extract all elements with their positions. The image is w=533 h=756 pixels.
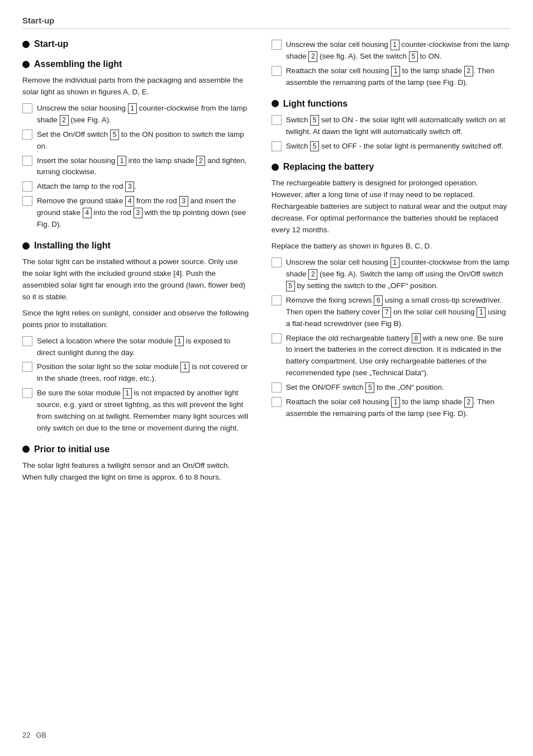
left-column: Start-up Assembling the light Remove the…: [22, 39, 266, 721]
list-item: Select a location where the solar module…: [22, 336, 249, 359]
page-lang: GB: [36, 731, 46, 739]
list-bullet: [272, 257, 282, 267]
list-item: Switch 5 set to ON - the solar light wil…: [272, 114, 511, 138]
section-installing: Installing the light The solar light can…: [22, 241, 249, 434]
two-column-layout: Start-up Assembling the light Remove the…: [22, 39, 511, 721]
prior-items-list: Unscrew the solar cell housing 1 counter…: [272, 39, 511, 89]
right-column: Unscrew the solar cell housing 1 counter…: [266, 39, 511, 721]
list-item: Reattach the solar cell housing 1 to the…: [272, 65, 511, 89]
page-header: Start-up: [22, 16, 511, 29]
section-assembling-title: Assembling the light: [22, 59, 249, 69]
assembling-list: Unscrew the solar housing 1 counter-cloc…: [22, 103, 249, 231]
list-item: Unscrew the solar cell housing 1 counter…: [272, 257, 511, 292]
page-number: 22: [22, 731, 30, 739]
list-item: Be sure the solar module 1 is not impact…: [22, 387, 249, 434]
bullet-icon: [22, 61, 30, 68]
list-bullet: [22, 362, 32, 372]
list-item: Replace the old rechargeable battery 8 w…: [272, 333, 511, 380]
list-bullet: [272, 397, 282, 407]
list-item: Reattach the solar cell housing 1 to the…: [272, 396, 511, 420]
list-bullet: [272, 141, 282, 151]
list-bullet: [22, 336, 32, 346]
replacing-list: Unscrew the solar cell housing 1 counter…: [272, 257, 511, 420]
list-bullet: [22, 103, 32, 113]
list-bullet: [272, 295, 282, 305]
replacing-body: The rechargeable battery is designed for…: [272, 178, 511, 420]
list-item: Set the On/Off switch 5 to the ON positi…: [22, 129, 249, 152]
list-item: Switch 5 set to OFF - the solar light is…: [272, 141, 511, 152]
assembling-body: Remove the individual parts from the pac…: [22, 75, 249, 231]
list-item: Remove the ground stake 4 from the rod 3…: [22, 195, 249, 231]
section-replacing-battery: Replacing the battery The rechargeable b…: [272, 162, 511, 420]
list-item: Insert the solar housing 1 into the lamp…: [22, 155, 249, 179]
section-replacing-title: Replacing the battery: [272, 162, 511, 172]
list-item: Position the solar light so the solar mo…: [22, 361, 249, 385]
list-item: Attach the lamp to the rod 3.: [22, 181, 249, 193]
section-assembling: Assembling the light Remove the individu…: [22, 59, 249, 231]
section-prior: Prior to initial use The solar light fea…: [22, 444, 249, 484]
list-bullet: [22, 388, 32, 398]
list-item: Unscrew the solar cell housing 1 counter…: [272, 39, 511, 63]
bullet-icon: [272, 164, 279, 171]
page: Start-up Start-up Assembling the light R…: [0, 0, 533, 756]
installing-body: The solar light can be installed without…: [22, 256, 249, 434]
section-startup-title: Start-up: [22, 39, 249, 49]
list-item: Set the ON/OFF switch 5 to the „ON“ posi…: [272, 382, 511, 394]
installing-list: Select a location where the solar module…: [22, 336, 249, 434]
light-functions-body: Switch 5 set to ON - the solar light wil…: [272, 114, 511, 152]
page-footer: 22 GB: [22, 731, 511, 739]
section-light-functions-title: Light functions: [272, 99, 511, 109]
light-functions-list: Switch 5 set to ON - the solar light wil…: [272, 114, 511, 152]
bullet-icon: [22, 242, 30, 250]
list-bullet: [22, 181, 32, 192]
section-installing-title: Installing the light: [22, 241, 249, 251]
list-bullet: [22, 130, 32, 140]
bullet-icon: [22, 41, 30, 48]
list-bullet: [272, 66, 282, 76]
bullet-icon: [272, 100, 279, 107]
section-prior-items: Unscrew the solar cell housing 1 counter…: [272, 39, 511, 89]
prior-body: The solar light features a twilight sens…: [22, 460, 249, 484]
list-bullet: [272, 115, 282, 125]
section-prior-title: Prior to initial use: [22, 444, 249, 454]
list-item: Unscrew the solar housing 1 counter-cloc…: [22, 103, 249, 126]
section-light-functions: Light functions Switch 5 set to ON - the…: [272, 99, 511, 152]
list-bullet: [272, 382, 282, 393]
list-bullet: [22, 156, 32, 166]
list-bullet: [272, 333, 282, 343]
bullet-icon: [22, 446, 30, 453]
list-bullet: [22, 196, 32, 206]
list-item: Remove the fixing screws 6 using a small…: [272, 295, 511, 330]
list-bullet: [272, 40, 282, 50]
